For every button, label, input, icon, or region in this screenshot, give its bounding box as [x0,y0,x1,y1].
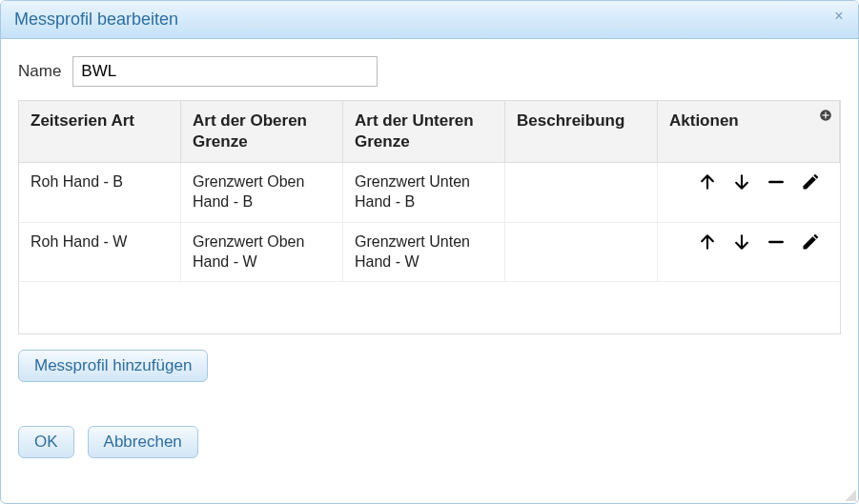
col-obere-grenze: Art der Oberen Grenze [181,101,343,162]
dialog-title: Messprofil bearbeiten [14,10,178,30]
col-aktionen: Aktionen [658,101,840,162]
col-untere-grenze: Art der Unteren Grenze [343,101,505,162]
arrow-down-icon [732,232,751,252]
cell-zeitserien-art: Roh Hand - B [19,163,181,222]
add-icon [819,109,832,122]
table-body: Roh Hand - BGrenzwert Oben Hand - BGrenz… [19,163,840,333]
move-up-button[interactable] [698,232,717,252]
name-input[interactable] [72,56,378,87]
messprofil-hinzufuegen-button[interactable]: Messprofil hinzufügen [18,350,208,382]
cell-untere-grenze: Grenzwert Unten Hand - B [343,163,505,222]
col-zeitserien-art: Zeitserien Art [19,101,181,162]
col-beschreibung: Beschreibung [505,101,658,162]
cell-aktionen [658,163,840,222]
zeitserien-table: Zeitserien Art Art der Oberen Grenze Art… [18,100,841,334]
cell-untere-grenze: Grenzwert Unten Hand - W [343,223,505,282]
close-icon[interactable]: × [829,7,849,26]
ok-button[interactable]: OK [18,426,74,458]
edit-button[interactable] [801,232,820,252]
svg-rect-2 [823,114,829,115]
move-down-button[interactable] [732,232,751,252]
cell-obere-grenze: Grenzwert Oben Hand - B [181,163,343,222]
arrow-up-icon [698,172,717,192]
dialog-titlebar: Messprofil bearbeiten × [1,1,858,39]
resize-grip [843,488,856,501]
button-bar-add: Messprofil hinzufügen [18,350,841,382]
move-down-button[interactable] [732,172,751,192]
edit-button[interactable] [801,172,820,192]
name-row: Name [18,56,841,87]
arrow-up-icon [698,232,717,252]
cell-beschreibung [505,163,658,222]
remove-button[interactable] [767,172,786,192]
dialog-messprofil-bearbeiten: Messprofil bearbeiten × Name Zeitserien … [0,0,859,504]
remove-button[interactable] [767,232,786,252]
table-header: Zeitserien Art Art der Oberen Grenze Art… [19,101,840,163]
dialog-content: Name Zeitserien Art Art der Oberen Grenz… [1,39,858,503]
move-up-button[interactable] [698,172,717,192]
button-bar-main: OK Abbrechen [18,426,841,458]
add-row-button[interactable] [817,107,834,124]
cell-beschreibung [505,223,658,282]
cancel-button[interactable]: Abbrechen [88,426,198,458]
cell-zeitserien-art: Roh Hand - W [19,223,181,282]
table-row: Roh Hand - WGrenzwert Oben Hand - WGrenz… [19,223,840,283]
cell-aktionen [658,223,840,282]
arrow-down-icon [732,172,751,192]
cell-obere-grenze: Grenzwert Oben Hand - W [181,223,343,282]
table-row: Roh Hand - BGrenzwert Oben Hand - BGrenz… [19,163,840,223]
name-label: Name [18,62,61,81]
